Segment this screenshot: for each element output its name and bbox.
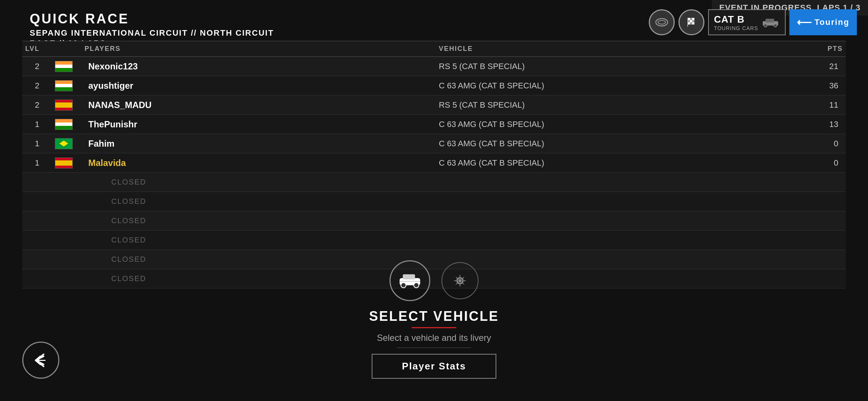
flag-brazil — [55, 138, 73, 149]
cell-closed: CLOSED — [82, 175, 436, 189]
cell-closed: CLOSED — [82, 233, 436, 247]
cell-vehicle: RS 5 (CAT B SPECIAL) — [436, 59, 790, 74]
checkered-flag-icon — [684, 15, 699, 30]
touring-cars-label: TOURING CARS — [714, 25, 758, 31]
quick-race-label: QUICK RACE — [30, 11, 274, 27]
svg-rect-13 — [765, 19, 774, 22]
table-row: 2 NANAS_MADU RS 5 (CAT B SPECIAL) 11 — [22, 95, 846, 115]
svg-point-15 — [774, 24, 777, 27]
cell-flag — [52, 179, 82, 185]
cell-flag — [52, 237, 82, 243]
col-pts: PTS — [790, 43, 846, 54]
svg-rect-3 — [690, 18, 692, 20]
touring-brand-badge: ⟵ Touring — [789, 9, 857, 35]
table-row: CLOSED — [22, 211, 846, 231]
cell-player-name: ThePunishr — [82, 116, 436, 133]
cell-vehicle — [436, 199, 790, 205]
back-button[interactable] — [22, 342, 59, 379]
cell-pts — [790, 218, 846, 224]
table-row: 1 Fahim C 63 AMG (CAT B SPECIAL) 0 — [22, 134, 846, 153]
cell-vehicle: C 63 AMG (CAT B SPECIAL) — [436, 136, 790, 151]
svg-point-0 — [656, 19, 668, 26]
vehicle-car-icon — [397, 271, 423, 290]
flag-spain — [55, 157, 73, 169]
cell-player-name: Nexonic123 — [82, 58, 436, 75]
checkered-flag-badge — [678, 9, 704, 35]
cell-flag — [52, 154, 82, 172]
svg-point-23 — [458, 279, 462, 283]
cell-lvl: 1 — [22, 117, 52, 132]
cell-player-name: NANAS_MADU — [82, 97, 436, 113]
cell-vehicle — [436, 237, 790, 243]
cell-player-name: Fahim — [82, 136, 436, 152]
select-vehicle-circle[interactable] — [389, 260, 430, 301]
cell-lvl: 2 — [22, 59, 52, 74]
player-name-text: NANAS_MADU — [88, 100, 152, 110]
flag-india — [55, 80, 73, 91]
cell-vehicle: RS 5 (CAT B SPECIAL) — [436, 97, 790, 113]
gear-settings-icon — [450, 271, 470, 290]
cell-flag — [52, 199, 82, 205]
player-stats-button[interactable]: Player Stats — [372, 354, 497, 379]
vehicle-icons-row — [389, 260, 479, 301]
table-row: 2 Nexonic123 RS 5 (CAT B SPECIAL) 21 — [22, 57, 846, 76]
table-row: 1 ThePunishr C 63 AMG (CAT B SPECIAL) 13 — [22, 115, 846, 134]
player-name-text: Nexonic123 — [88, 61, 138, 72]
settings-gear-circle[interactable] — [441, 262, 479, 299]
cell-flag — [52, 116, 82, 133]
table-header: LVL PLAYERS VEHICLE PTS — [22, 41, 846, 57]
flag-india — [55, 61, 73, 72]
cell-pts: 0 — [790, 155, 846, 171]
catb-badge: CAT B TOURING CARS — [708, 9, 786, 35]
cell-lvl — [22, 218, 52, 224]
select-vehicle-underline — [412, 327, 456, 328]
svg-point-18 — [401, 283, 406, 288]
cell-pts: 36 — [790, 78, 846, 94]
cell-flag — [52, 77, 82, 94]
cell-lvl: 1 — [22, 155, 52, 171]
cell-closed: CLOSED — [82, 194, 436, 209]
svg-rect-9 — [690, 22, 692, 25]
player-name-text: Malavida — [88, 158, 126, 168]
table-row: 2 ayushtiger C 63 AMG (CAT B SPECIAL) 36 — [22, 76, 846, 95]
svg-point-1 — [658, 20, 665, 24]
cell-flag — [52, 58, 82, 75]
cell-lvl: 2 — [22, 78, 52, 94]
select-vehicle-sub-underline — [397, 348, 471, 348]
svg-rect-7 — [692, 20, 694, 22]
table-row: CLOSED — [22, 192, 846, 211]
cell-lvl — [22, 237, 52, 243]
table-body: 2 Nexonic123 RS 5 (CAT B SPECIAL) 21 2 a… — [22, 57, 846, 288]
cell-pts: 0 — [790, 136, 846, 151]
svg-point-19 — [414, 283, 419, 288]
catb-label: CAT B — [714, 14, 758, 25]
players-table: LVL PLAYERS VEHICLE PTS 2 Nexonic123 RS … — [22, 41, 846, 288]
cell-pts: 11 — [790, 97, 846, 113]
flag-unknown — [55, 100, 73, 111]
bottom-section: SELECT VEHICLE Select a vehicle and its … — [0, 260, 868, 379]
cell-lvl — [22, 199, 52, 205]
cell-player-name: ayushtiger — [82, 78, 436, 94]
cell-closed: CLOSED — [82, 213, 436, 228]
track-icon — [654, 15, 669, 30]
cell-vehicle — [436, 218, 790, 224]
cell-player-name: Malavida — [82, 155, 436, 171]
track-icon-badge — [649, 9, 675, 35]
col-vehicle: VEHICLE — [436, 43, 790, 54]
cell-lvl: 2 — [22, 97, 52, 113]
cell-vehicle: C 63 AMG (CAT B SPECIAL) — [436, 78, 790, 94]
table-row: CLOSED — [22, 231, 846, 250]
select-vehicle-container: SELECT VEHICLE Select a vehicle and its … — [369, 309, 499, 379]
cell-vehicle — [436, 179, 790, 185]
col-players: PLAYERS — [82, 43, 436, 54]
svg-rect-17 — [403, 274, 415, 280]
col-lvl: LVL — [22, 43, 52, 54]
svg-rect-4 — [692, 18, 694, 20]
player-name-text: Fahim — [88, 138, 115, 149]
select-vehicle-sub: Select a vehicle and its livery — [377, 333, 491, 343]
table-row: 1 Malavida C 63 AMG (CAT B SPECIAL) 0 — [22, 153, 846, 173]
top-badges: CAT B TOURING CARS ⟵ Touring — [649, 9, 857, 35]
touring-arrow-icon: ⟵ — [797, 16, 812, 29]
touring-brand-label: Touring — [815, 17, 849, 27]
player-name-text: ayushtiger — [88, 81, 133, 91]
